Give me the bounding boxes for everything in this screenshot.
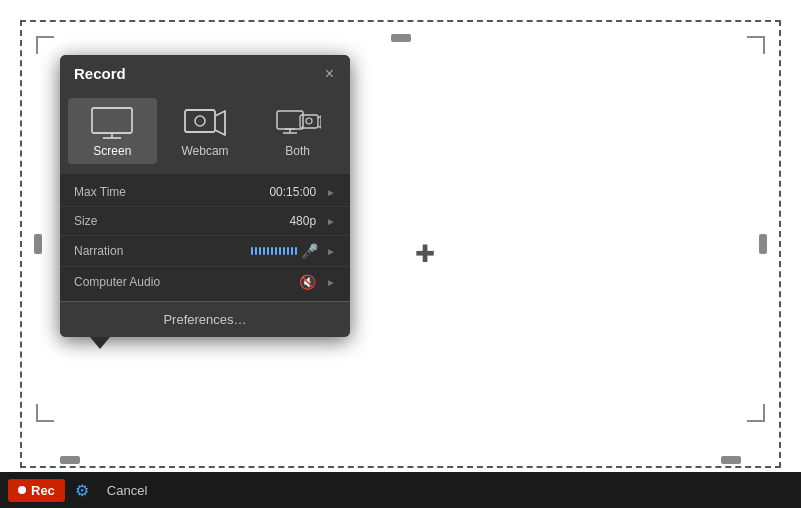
mic-icon: 🎤 xyxy=(301,243,318,259)
setting-row-audio[interactable]: Computer Audio 🔇 ► xyxy=(60,267,350,297)
handle-left[interactable] xyxy=(34,234,42,254)
size-arrow: ► xyxy=(326,216,336,227)
corner-tl xyxy=(36,36,54,54)
audio-arrow: ► xyxy=(326,277,336,288)
size-value: 480p xyxy=(289,214,316,228)
both-icon xyxy=(275,106,321,140)
maxtime-label: Max Time xyxy=(74,185,269,199)
svg-point-5 xyxy=(195,116,205,126)
corner-bl xyxy=(36,404,54,422)
corner-tr xyxy=(747,36,765,54)
settings-section: Max Time 00:15:00 ► Size 480p ► Narratio… xyxy=(60,174,350,301)
svg-point-11 xyxy=(306,118,312,124)
screen-label: Screen xyxy=(93,144,131,158)
narration-arrow: ► xyxy=(326,246,336,257)
handle-top[interactable] xyxy=(391,34,411,42)
maxtime-value: 00:15:00 xyxy=(269,185,316,199)
setting-row-size[interactable]: Size 480p ► xyxy=(60,207,350,236)
corner-br xyxy=(747,404,765,422)
rec-dot xyxy=(18,486,26,494)
bottom-toolbar: Rec ⚙ Cancel xyxy=(0,472,801,508)
webcam-label: Webcam xyxy=(181,144,228,158)
svg-rect-4 xyxy=(185,110,215,132)
svg-rect-6 xyxy=(277,111,303,129)
svg-rect-0 xyxy=(92,108,132,133)
handle-bot-left[interactable] xyxy=(60,456,80,464)
setting-row-narration[interactable]: Narration 🎤 ► xyxy=(60,236,350,267)
close-button[interactable]: × xyxy=(323,66,336,82)
webcam-icon xyxy=(182,106,228,140)
dialog-titlebar: Record × xyxy=(60,55,350,90)
narration-label: Narration xyxy=(74,244,251,258)
audio-label: Computer Audio xyxy=(74,275,299,289)
speaker-muted-icon: 🔇 xyxy=(299,274,316,290)
preferences-button[interactable]: Preferences… xyxy=(60,301,350,337)
size-label: Size xyxy=(74,214,289,228)
record-dialog: Record × Screen Webcam xyxy=(60,55,350,337)
narration-bar xyxy=(251,247,297,255)
gear-button[interactable]: ⚙ xyxy=(69,479,95,502)
source-row: Screen Webcam Both xyxy=(60,90,350,174)
maxtime-arrow: ► xyxy=(326,187,336,198)
setting-row-maxtime[interactable]: Max Time 00:15:00 ► xyxy=(60,178,350,207)
rec-button[interactable]: Rec xyxy=(8,479,65,502)
handle-right[interactable] xyxy=(759,234,767,254)
cancel-button[interactable]: Cancel xyxy=(99,479,155,502)
source-option-screen[interactable]: Screen xyxy=(68,98,157,164)
dialog-title: Record xyxy=(74,65,126,82)
dialog-tail xyxy=(90,337,110,349)
move-icon[interactable]: ✚ xyxy=(415,240,435,268)
screen-icon xyxy=(89,106,135,140)
both-label: Both xyxy=(285,144,310,158)
handle-bot-right[interactable] xyxy=(721,456,741,464)
source-option-webcam[interactable]: Webcam xyxy=(161,98,250,164)
rec-label: Rec xyxy=(31,483,55,498)
source-option-both[interactable]: Both xyxy=(253,98,342,164)
